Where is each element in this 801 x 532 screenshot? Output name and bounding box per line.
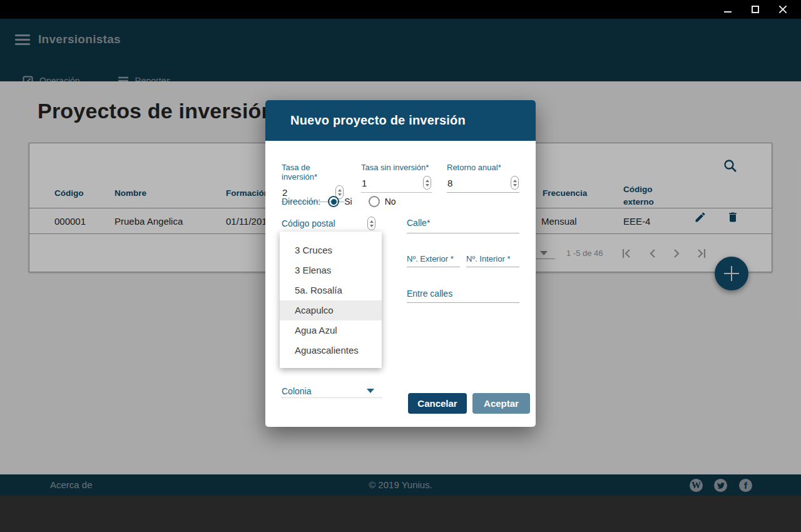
field-label: Nº. Interior * <box>466 254 511 263</box>
extra-field-underline <box>361 192 432 193</box>
field-entre-calles[interactable]: Entre calles <box>407 288 452 299</box>
field-label: Tasa de inversión* <box>282 163 344 182</box>
num-exterior-underline <box>407 267 460 267</box>
field-label: Tasa sin inversión* <box>361 163 432 172</box>
radio-si[interactable] <box>328 196 339 207</box>
radio-no[interactable] <box>369 196 380 207</box>
field-label: Colonia <box>282 386 311 396</box>
field-label: Calle* <box>407 218 430 228</box>
codigo-postal-dropdown: 3 Cruces 3 Elenas 5a. Rosalía Acapulco A… <box>280 232 382 368</box>
colonia-dropdown-caret-icon[interactable] <box>367 389 374 393</box>
field-label: Dirección: <box>282 197 320 207</box>
field-tasa-sin-inversion: Tasa sin inversión* 1 <box>361 163 432 193</box>
field-label: Entre calles <box>407 289 452 299</box>
dropdown-option[interactable]: 5a. Rosalía <box>280 280 382 300</box>
window-titlebar <box>0 0 801 19</box>
field-label: Retorno anual* <box>447 163 519 172</box>
close-icon[interactable] <box>778 5 787 14</box>
colonia-underline <box>282 397 382 398</box>
field-label: Nº. Exterior * <box>407 254 454 263</box>
field-colonia[interactable]: Colonia <box>282 386 311 397</box>
modal-header: Nuevo proyecto de inversión <box>265 100 536 141</box>
field-direccion: Dirección: Si No <box>282 196 396 207</box>
number-input[interactable]: 8 <box>447 174 519 193</box>
radio-si-label: Si <box>344 197 352 207</box>
number-input[interactable]: 1 <box>361 174 432 193</box>
calle-underline <box>407 233 519 233</box>
maximize-icon[interactable] <box>751 5 760 14</box>
dropdown-option[interactable]: Agua Azul <box>280 320 382 340</box>
radio-no-label: No <box>385 197 396 207</box>
field-calle[interactable]: Calle* <box>407 217 519 228</box>
field-num-interior[interactable]: Nº. Interior * <box>466 253 511 264</box>
field-value: 8 <box>447 178 452 188</box>
field-num-exterior[interactable]: Nº. Exterior * <box>407 253 454 264</box>
minimize-icon[interactable] <box>723 5 732 14</box>
screen: Inversionistas Operación Reportes Proyec… <box>0 0 801 532</box>
dropdown-option[interactable]: 3 Cruces <box>280 240 382 260</box>
cancel-button[interactable]: Cancelar <box>408 393 467 414</box>
accept-button[interactable]: Aceptar <box>472 393 530 414</box>
spinner-icon[interactable] <box>423 176 431 190</box>
modal-title: Nuevo proyecto de inversión <box>290 113 466 128</box>
field-retorno-anual: Retorno anual* 8 <box>447 163 519 193</box>
field-value: 1 <box>362 178 367 188</box>
entre-calles-underline <box>407 302 519 303</box>
num-interior-underline <box>466 267 519 267</box>
taskbar: G 12:32 PM <box>0 496 801 532</box>
dropdown-option[interactable]: Aguascalientes <box>280 340 382 361</box>
dropdown-option-highlighted[interactable]: Acapulco <box>280 300 382 320</box>
spinner-icon[interactable] <box>511 176 519 190</box>
dropdown-option[interactable]: 3 Elenas <box>280 260 382 280</box>
spinner-icon[interactable] <box>367 217 375 230</box>
field-codigo-postal[interactable]: Código postal <box>282 217 375 230</box>
field-label: Código postal <box>282 218 335 228</box>
